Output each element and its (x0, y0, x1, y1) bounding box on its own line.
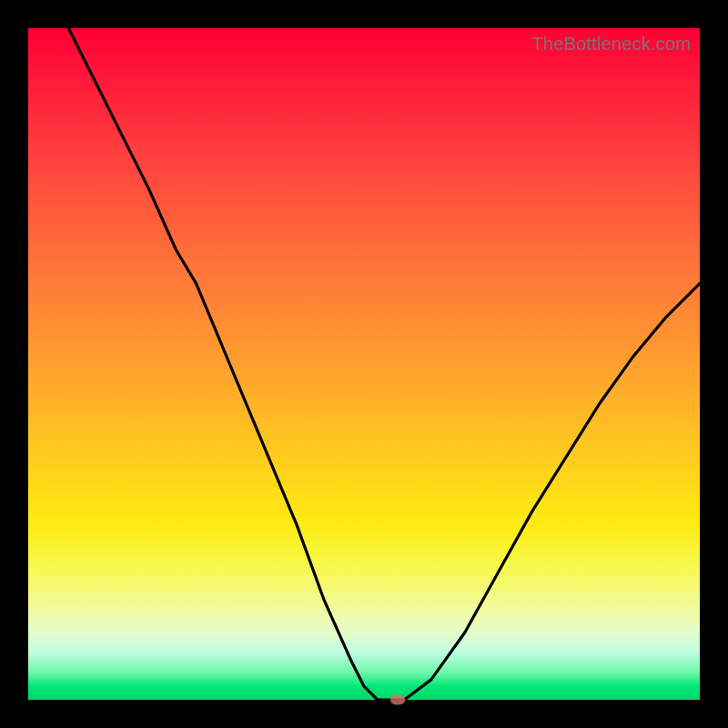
plot-area: TheBottleneck.com (28, 28, 700, 700)
curve-path (68, 28, 700, 700)
balance-marker (390, 695, 405, 705)
chart-frame: TheBottleneck.com (0, 0, 728, 728)
bottleneck-curve (28, 28, 700, 700)
